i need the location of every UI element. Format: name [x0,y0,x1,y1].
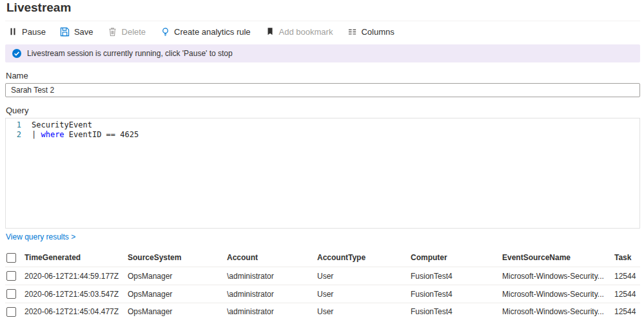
cell-timegenerated: 2020-06-12T21:45:04.477Z [24,307,128,316]
table-header-row: TimeGenerated SourceSystem Account Accou… [5,249,640,267]
cell-computer: FusionTest4 [411,307,502,316]
table-row[interactable]: 2020-06-12T21:45:03.547Z OpsManager \adm… [5,285,640,303]
column-header-account[interactable]: Account [227,253,317,262]
pause-icon [8,26,18,37]
livestream-page: Livestream Pause Save Delete Create anal… [0,1,644,320]
cell-task: 12544 [614,272,640,281]
cell-account: \administrator [227,307,317,316]
cell-eventsourcename: Microsoft-Windows-Security... [502,307,614,316]
cell-sourcesystem: OpsManager [128,307,227,316]
cell-sourcesystem: OpsManager [128,290,227,299]
row-checkbox[interactable] [6,307,16,317]
column-header-eventsourcename[interactable]: EventSourceName [502,253,614,262]
line-number: 2 [6,130,32,140]
columns-button[interactable]: Columns [347,26,394,37]
query-line: 1 SecurityEvent [6,120,639,130]
session-status-message: Livestream session is currently running,… [27,49,233,58]
cell-accounttype: User [317,290,411,299]
cell-computer: FusionTest4 [411,290,502,299]
columns-label: Columns [361,27,394,37]
column-header-timegenerated[interactable]: TimeGenerated [24,253,128,262]
cell-account: \administrator [227,272,317,281]
cell-task: 12544 [614,307,640,316]
add-bookmark-label: Add bookmark [279,27,333,37]
cell-computer: FusionTest4 [411,272,502,281]
command-bar: Pause Save Delete Create analytics rule … [5,21,640,41]
columns-icon [347,26,357,37]
analytics-rule-icon [160,26,170,37]
create-analytics-rule-button[interactable]: Create analytics rule [160,26,251,37]
add-bookmark-button: Add bookmark [265,26,333,37]
query-editor[interactable]: 1 SecurityEvent 2 | where EventID == 462… [5,118,640,229]
cell-accounttype: User [317,307,411,316]
query-line: 2 | where EventID == 4625 [6,130,639,140]
cell-eventsourcename: Microsoft-Windows-Security... [502,290,614,299]
row-checkbox[interactable] [6,271,16,281]
column-header-accounttype[interactable]: AccountType [317,253,411,262]
name-label: Name [6,71,640,80]
column-header-sourcesystem[interactable]: SourceSystem [128,253,227,262]
pause-button[interactable]: Pause [8,26,46,37]
save-icon [60,26,70,37]
bookmark-icon [265,26,275,37]
cell-eventsourcename: Microsoft-Windows-Security... [502,272,614,281]
cell-timegenerated: 2020-06-12T21:45:03.547Z [24,290,128,299]
cell-task: 12544 [614,290,640,299]
results-table: TimeGenerated SourceSystem Account Accou… [5,249,640,320]
column-header-task[interactable]: Task [614,253,640,262]
delete-icon [108,26,118,37]
cell-timegenerated: 2020-06-12T21:44:59.177Z [24,272,128,281]
pause-label: Pause [22,27,46,37]
row-checkbox[interactable] [6,289,16,299]
query-label: Query [6,106,640,115]
select-all-checkbox[interactable] [6,253,16,263]
table-row[interactable]: 2020-06-12T21:45:04.477Z OpsManager \adm… [5,303,640,320]
view-query-results-link[interactable]: View query results > [6,232,75,241]
column-header-computer[interactable]: Computer [411,253,502,262]
name-input[interactable] [5,83,640,97]
page-title: Livestream [6,1,640,15]
check-circle-icon [12,48,22,59]
query-code: | where EventID == 4625 [32,130,139,140]
cell-sourcesystem: OpsManager [128,272,227,281]
delete-label: Delete [122,27,146,37]
session-status-banner: Livestream session is currently running,… [5,44,640,62]
delete-button: Delete [108,26,146,37]
create-analytics-rule-label: Create analytics rule [174,27,251,37]
cell-accounttype: User [317,272,411,281]
save-label: Save [74,27,93,37]
keyword-token: where [41,130,64,139]
query-code: SecurityEvent [32,120,92,130]
line-number: 1 [6,120,32,130]
cell-account: \administrator [227,290,317,299]
table-row[interactable]: 2020-06-12T21:44:59.177Z OpsManager \adm… [5,267,640,285]
save-button[interactable]: Save [60,26,93,37]
